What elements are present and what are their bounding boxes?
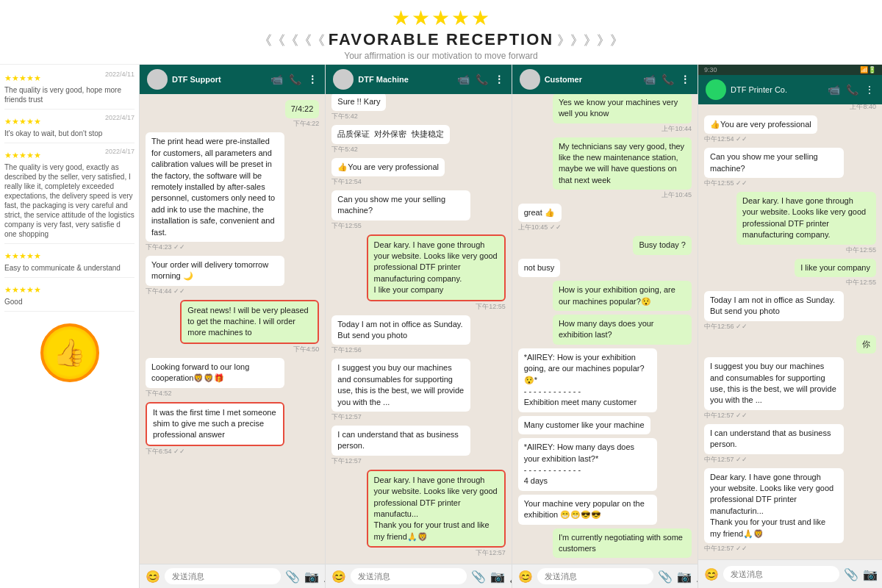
chat3-input[interactable] (537, 568, 653, 584)
chat1-icons[interactable]: 📹 📞 ⋮ (270, 74, 318, 85)
menu-icon-2[interactable]: ⋮ (494, 74, 504, 85)
message-bubble: I can understand that as business person… (331, 426, 470, 456)
message-bubble: 品质保证 对外保密 快捷稳定 (331, 125, 449, 143)
review-stars: ★★★★★ (4, 251, 41, 260)
camera-icon-3[interactable]: 📷 (677, 570, 692, 584)
rp-messages: luckyconsol said that he can pick up the… (698, 104, 882, 559)
video-icon-2[interactable]: 📹 (457, 74, 470, 85)
page-header: ★★★★★ 《《《《《 FAVORABLE RECEPTION 》》》》》 Yo… (0, 0, 882, 65)
chat1-avatar (147, 69, 168, 90)
message-item: Many customer like your machine (518, 416, 650, 434)
rp-bubble: I like your company (795, 259, 876, 277)
chat3-icons[interactable]: 📹 📞 ⋮ (643, 74, 690, 85)
call-icon-2[interactable]: 📞 (476, 74, 488, 85)
message-bubble: Many customer like your machine (518, 416, 650, 434)
message-bubble: Your order will delivery tomorrow mornin… (146, 256, 284, 286)
rp-message-item: I suggest you buy our machines and consu… (704, 357, 876, 420)
chat2-input[interactable] (351, 568, 467, 584)
menu-icon[interactable]: ⋮ (307, 74, 318, 85)
chat2-input-bar: 😊 📎 📷 🎤 (326, 564, 511, 588)
chat2-header: DTF Machine 📹 📞 ⋮ (326, 65, 511, 94)
rp-message-time: 中午12:55 ✓✓ (704, 179, 747, 188)
message-time: 下午4:50 (293, 345, 320, 354)
rp-input-bar: 😊 📎 📷 ▶ (698, 559, 882, 588)
message-bubble: Sure !! Kary (331, 94, 386, 111)
rp-input[interactable] (723, 566, 839, 582)
menu-icon-3[interactable]: ⋮ (680, 74, 690, 85)
attach-icon-3[interactable]: 📎 (658, 570, 673, 584)
message-time: 下午12:57 (476, 548, 506, 558)
rp-message-time: 中午12:57 ✓✓ (704, 411, 747, 420)
message-time: 下午4:22 (293, 119, 320, 129)
camera-icon-2[interactable]: 📷 (490, 570, 505, 584)
call-icon[interactable]: 📞 (289, 74, 301, 85)
video-icon-3[interactable]: 📹 (643, 74, 656, 85)
review-stars: ★★★★★ (4, 151, 41, 159)
rp-menu-icon[interactable]: ⋮ (864, 84, 875, 96)
review-stars: ★★★★★ (4, 285, 41, 294)
rp-emoji-icon[interactable]: 😊 (704, 567, 719, 581)
message-item: My technicians say very good, they like … (553, 137, 692, 201)
message-time: 下午4:44 ✓✓ (146, 287, 185, 296)
rp-icons[interactable]: 📹 📞 ⋮ (828, 84, 875, 96)
rp-message-item: Today I am not in office as Sunday. But … (704, 291, 876, 331)
message-item: How is your exhibition going, are our ma… (553, 281, 692, 311)
chat1-header: DTF Support 📹 📞 ⋮ (140, 65, 325, 94)
message-bubble: great 👍 (518, 204, 562, 222)
review-date: 2022/4/17 (105, 148, 135, 155)
rp-message-item: 你 (704, 335, 876, 354)
review-text: Good (4, 297, 135, 306)
message-bubble: 7/4:22 (285, 100, 320, 118)
emoji-icon-3[interactable]: 😊 (518, 570, 533, 584)
message-time: 上午10:45 (662, 190, 692, 200)
right-panel: 9:30 📶🔋 DTF Printer Co. 📹 📞 ⋮ luckyconso… (698, 65, 882, 588)
attach-icon[interactable]: 📎 (285, 570, 300, 584)
chat3-avatar (520, 69, 540, 90)
rp-bubble: Can you show me your selling machine? (704, 148, 844, 178)
message-time: 上午10:44 (662, 124, 692, 134)
message-item: 👍You are very professional下午12:54 (331, 158, 445, 187)
rp-call-icon[interactable]: 📞 (846, 84, 858, 96)
message-bubble: Your machine very popular on the exhibit… (518, 495, 657, 525)
rp-message-item: I like your company中午12:55 (704, 259, 876, 287)
camera-icon[interactable]: 📷 (304, 570, 319, 584)
message-time: 下午12:55 (476, 302, 506, 312)
status-time: 9:30 (704, 66, 717, 74)
message-item: *AlIREY: How many days does your exhibit… (518, 438, 657, 491)
attach-icon-2[interactable]: 📎 (471, 570, 486, 584)
rp-bubble: 你 (856, 335, 876, 354)
review-stars: ★★★★★ (4, 74, 41, 82)
rp-camera-icon[interactable]: 📷 (863, 567, 878, 581)
review-text: The quality is very good, exactly as des… (4, 162, 135, 239)
message-item: Busy today ? (633, 236, 692, 254)
message-item: I'm currently negotiating with some cust… (553, 528, 692, 559)
message-time: 上午10:45 ✓✓ (518, 223, 562, 232)
rp-bubble: Today I am not in office as Sunday. But … (704, 291, 844, 321)
rp-message-item: We love the printer上午8:40 (704, 104, 876, 112)
message-bubble: Dear kary. I have gone through your webs… (367, 234, 506, 301)
message-bubble: The print head were pre-installed for cu… (146, 132, 284, 242)
chat2-icons[interactable]: 📹 📞 ⋮ (457, 74, 504, 85)
message-time: 下午12:57 (331, 456, 362, 466)
chat2-messages: The four-head machine uses a different b… (326, 94, 511, 564)
rp-message-time: 上午8:40 (850, 104, 876, 112)
message-time: 下午4:52 (146, 389, 172, 398)
emoji-icon[interactable]: 😊 (146, 570, 160, 584)
rp-video-icon[interactable]: 📹 (828, 84, 840, 96)
rp-attach-icon[interactable]: 📎 (844, 567, 858, 581)
message-bubble: I'm currently negotiating with some cust… (553, 528, 692, 559)
right-panel-header: DTF Printer Co. 📹 📞 ⋮ (698, 75, 882, 104)
message-time: 下午4:23 ✓✓ (146, 243, 185, 252)
arrows-right: 》》》》》 (557, 33, 623, 48)
message-item: 7/4:22下午4:22 (285, 100, 320, 129)
call-icon-3[interactable]: 📞 (662, 74, 674, 85)
mic-icon-3[interactable]: 🎤 (696, 570, 698, 584)
emoji-icon-2[interactable]: 😊 (331, 570, 346, 584)
message-bubble: Busy today ? (633, 236, 692, 254)
video-icon[interactable]: 📹 (270, 74, 283, 85)
rp-message-time: 中午12:55 (846, 245, 876, 255)
chat1-input[interactable] (165, 568, 281, 584)
rp-message-time: 中午12:57 ✓✓ (704, 544, 747, 553)
message-item: great 👍上午10:45 ✓✓ (518, 204, 562, 232)
review-item: ★★★★★ Easy to communicate & understand (4, 248, 135, 278)
